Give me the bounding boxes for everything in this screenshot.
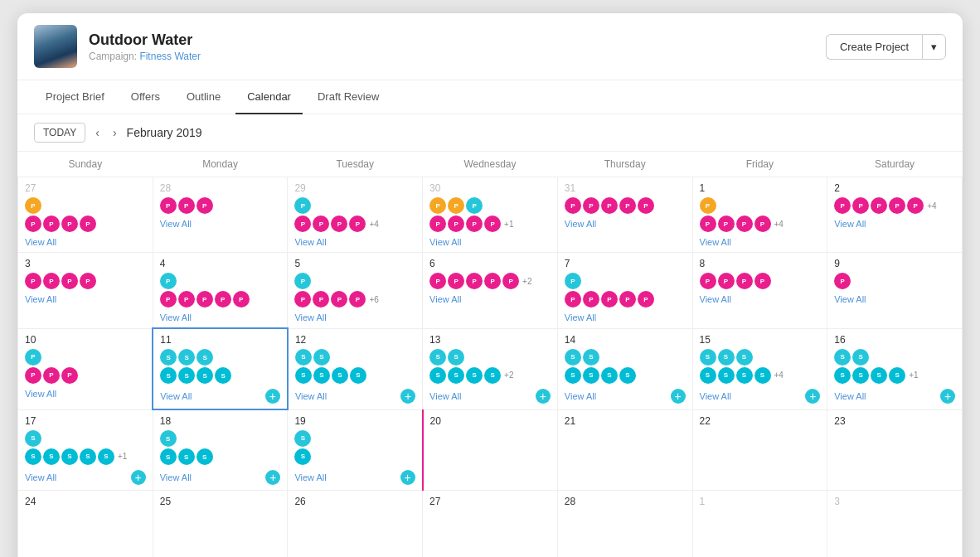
add-item-feb13[interactable]: + [536,389,551,404]
avatar: P [466,273,483,289]
avatar: P [502,273,519,289]
calendar-cell-feb10: 10 P P P P View All [18,328,153,409]
calendar-cell-feb6: 6 P P P P P +2 View All [423,253,558,329]
calendar-cell-mar1: 1 [692,491,827,558]
today-button[interactable]: TODAY [34,123,85,143]
tab-offers[interactable]: Offers [119,80,172,114]
view-all-feb18[interactable]: View All + [160,470,281,485]
avatar: S [448,367,464,384]
view-all-jan30[interactable]: View All [429,237,551,247]
view-all-feb11[interactable]: View All + [160,389,280,404]
view-all-feb3[interactable]: View All [25,294,146,304]
avatar: S [700,367,716,384]
calendar-cell-feb15: 15 S S S S S S S +4 [692,328,827,409]
calendar-cell-feb7: 7 P P P P P P View All [557,253,692,329]
tab-draft-review[interactable]: Draft Review [306,80,391,114]
view-all-feb13[interactable]: View All + [429,389,551,404]
avatar: P [196,197,213,214]
view-all-feb5[interactable]: View All [294,312,415,322]
avatar: S [295,367,312,384]
campaign-link[interactable]: Fitness Water [139,51,201,62]
avatar: S [160,349,177,366]
avatar: S [583,367,599,384]
view-all-jan29[interactable]: View All [294,237,415,247]
view-all-feb14[interactable]: View All + [565,389,686,404]
view-all-feb7[interactable]: View All [565,312,686,322]
avatar: P [25,349,41,366]
avatar: S [178,349,195,366]
calendar-cell-feb26: 26 [288,491,423,558]
view-all-feb6[interactable]: View All [429,294,551,304]
avatar: P [313,216,329,232]
view-all-jan27[interactable]: View All [25,237,146,247]
view-all-feb12[interactable]: View All + [295,389,415,404]
calendar-cell-feb2: 2 P P P P P +4 View All [827,177,963,253]
tab-project-brief[interactable]: Project Brief [34,80,116,114]
calendar-cell-feb27: 27 [423,491,558,558]
avatar: P [718,273,735,289]
view-all-feb15[interactable]: View All + [700,389,821,404]
avatar: P [331,216,347,232]
view-all-feb2[interactable]: View All [834,219,955,229]
view-all-feb16[interactable]: View All + [834,389,955,404]
view-all-feb17[interactable]: View All + [25,470,146,485]
avatar: S [178,448,195,465]
create-dropdown-button[interactable]: ▾ [922,34,946,60]
calendar-cell-jan29: 29 P P P P P +4 View All [288,177,423,253]
avatar: S [295,349,312,366]
add-item-feb11[interactable]: + [265,389,280,404]
calendar-nav: TODAY ‹ › February 2019 [17,114,963,152]
view-all-feb1[interactable]: View All [700,237,821,247]
weekday-saturday: Saturday [827,152,963,177]
create-project-button[interactable]: Create Project [826,34,922,60]
avatar: P [583,291,599,308]
avatar: P [80,273,96,289]
calendar-cell-jan28: 28 P P P View All [153,177,288,253]
avatar: S [852,349,869,366]
add-item-feb15[interactable]: + [805,389,820,404]
avatar: S [583,349,599,366]
view-all-feb19[interactable]: View All + [294,470,415,485]
view-all-jan31[interactable]: View All [565,219,686,229]
avatar: P [466,197,483,214]
view-all-feb8[interactable]: View All [700,294,821,304]
calendar-cell-feb9: 9 P View All [827,253,963,329]
avatar: P [565,273,581,289]
tab-calendar[interactable]: Calendar [235,80,303,114]
avatar: P [889,197,905,214]
avatar: S [736,367,753,384]
calendar-cell-feb24: 24 [18,491,153,558]
add-item-feb17[interactable]: + [131,470,146,485]
avatar: P [638,197,654,214]
calendar-cell-feb1: 1 P P P P P +4 View All [692,177,827,253]
view-all-feb4[interactable]: View All [160,312,281,322]
avatar: S [160,448,177,465]
avatar: S [601,367,618,384]
next-month-button[interactable]: › [109,124,120,141]
add-item-feb18[interactable]: + [265,470,280,485]
add-item-feb19[interactable]: + [400,470,415,485]
avatar: S [565,367,581,384]
add-item-feb16[interactable]: + [940,389,955,404]
avatar: S [25,430,41,447]
calendar-cell-mar3: 3 [827,491,963,558]
avatar: S [350,367,366,384]
avatar: S [484,367,501,384]
prev-month-button[interactable]: ‹ [92,124,103,141]
view-all-feb10[interactable]: View All [25,389,145,399]
add-item-feb14[interactable]: + [671,389,686,404]
avatar: P [349,291,366,308]
tab-outline[interactable]: Outline [175,80,232,114]
avatar: P [907,197,924,214]
avatar: S [294,430,311,447]
calendar-cell-feb18: 18 S S S S View All + [153,409,288,491]
avatar: P [160,291,177,308]
avatar: P [61,367,78,384]
app-container: Outdoor Water Campaign: Fitness Water Cr… [17,13,963,557]
project-info: Outdoor Water Campaign: Fitness Water [89,31,826,62]
avatar: S [852,367,869,384]
add-item-feb12[interactable]: + [400,389,415,404]
view-all-jan28[interactable]: View All [160,219,281,229]
calendar-cell-feb13: 13 S S S S S S +2 View [423,328,558,409]
view-all-feb9[interactable]: View All [834,294,955,304]
